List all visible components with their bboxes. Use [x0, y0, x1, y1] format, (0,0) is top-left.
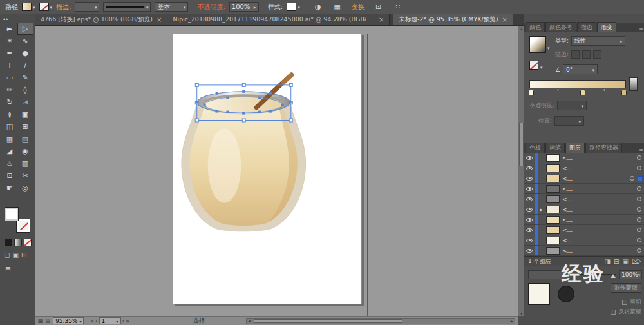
last-artboard-icon[interactable] [126, 318, 129, 324]
layer-row[interactable]: <... [524, 235, 644, 246]
blob-brush-tool[interactable]: ● [18, 48, 33, 59]
direct-selection-tool[interactable]: ▷ [18, 23, 33, 34]
normal-screen-mode-icon[interactable] [4, 251, 10, 259]
document-tab[interactable]: 未标题-2* @ 95.35% (CMYK/预览)× [393, 14, 513, 25]
expand-arrow-icon[interactable]: ▶ [538, 207, 544, 212]
align-icon[interactable] [332, 3, 343, 11]
gradient-preview-swatch[interactable] [529, 36, 546, 53]
artboard-number-dropdown[interactable]: 1 [99, 317, 121, 324]
vertical-scroll-thumb[interactable] [519, 123, 524, 166]
artboard[interactable] [173, 34, 362, 304]
gradient-stop[interactable] [621, 89, 627, 95]
fill-color-dropdown[interactable] [22, 3, 35, 11]
make-mask-button[interactable]: 制作蒙版 [611, 283, 641, 293]
visibility-toggle[interactable] [524, 235, 535, 245]
delete-layer-icon[interactable]: ⌦ [632, 258, 641, 265]
brush-definition-dropdown[interactable]: 基本 [155, 2, 188, 12]
fill-color-swatch[interactable] [5, 208, 18, 221]
pen-tool[interactable]: ✒ [3, 48, 17, 59]
isolate-mode-icon[interactable] [374, 3, 384, 11]
layer-row[interactable]: ▶<... [524, 204, 644, 215]
target-circle-icon[interactable] [637, 238, 641, 242]
recolor-artwork-icon[interactable] [313, 3, 323, 11]
document-tab[interactable]: 4766 [转换].eps* @ 100% (RGB/预览)× [35, 14, 167, 25]
layer-row[interactable]: <... [524, 225, 644, 235]
panel-tab-stroke[interactable]: 描边 [577, 22, 596, 32]
object-thumbnail[interactable] [528, 283, 550, 305]
vertical-scrollbar[interactable] [518, 26, 524, 316]
visibility-toggle[interactable] [524, 173, 535, 183]
clip-checkbox[interactable]: 剪切 [622, 298, 641, 306]
angle-dropdown[interactable]: 0° [563, 64, 598, 74]
fullscreen-mode-icon[interactable] [21, 251, 26, 259]
target-circle-icon[interactable] [637, 166, 641, 170]
panel-menu-icon[interactable] [639, 147, 643, 153]
width-profile-dropdown[interactable] [103, 2, 151, 12]
artwork-pitcher[interactable] [173, 34, 361, 304]
target-circle-icon[interactable] [637, 197, 641, 201]
gradient-reverse-icon[interactable] [629, 77, 638, 91]
gradient-midpoint-icon[interactable] [602, 88, 607, 92]
style-dropdown[interactable] [287, 3, 300, 11]
drawing-mode-icon[interactable] [5, 266, 11, 272]
symbol-sprayer-tool[interactable]: ♨ [3, 158, 17, 169]
gradient-none-swatch[interactable] [529, 61, 538, 70]
stroke-width-dropdown[interactable] [75, 2, 99, 12]
target-circle-icon[interactable] [637, 217, 641, 222]
layer-row[interactable]: <... [524, 194, 644, 204]
opacity-link[interactable]: 不透明度: [197, 3, 225, 12]
layer-row[interactable]: <... [524, 215, 644, 225]
gradient-stop[interactable] [580, 89, 585, 95]
panel-menu-icon[interactable] [639, 26, 643, 32]
horizontal-scroll-thumb[interactable] [254, 319, 402, 323]
toolbox-collapse-icon[interactable] [0, 14, 35, 22]
make-clipping-mask-icon[interactable]: ◨ [605, 258, 611, 265]
panel-tab-layers[interactable]: 图层 [565, 143, 585, 153]
pencil-tool[interactable]: ✏ [3, 84, 17, 95]
horizontal-scrollbar[interactable] [246, 318, 515, 324]
chevron-down-icon[interactable] [540, 63, 543, 70]
visibility-toggle[interactable] [524, 153, 535, 162]
mesh-tool[interactable]: ▦ [3, 133, 17, 144]
layer-row[interactable]: <... [524, 246, 644, 256]
rotate-tool[interactable]: ↻ [3, 97, 17, 108]
close-tab-icon[interactable]: × [502, 16, 507, 23]
panel-tab-brushes[interactable]: 画笔 [545, 143, 565, 153]
mask-thumbnail[interactable] [558, 286, 574, 302]
status-grid-icon[interactable] [38, 318, 43, 324]
eyedropper-tool[interactable]: ◢ [3, 146, 17, 157]
stroke-gradient-within-icon[interactable] [571, 50, 580, 59]
visibility-toggle[interactable] [524, 204, 535, 214]
layer-row[interactable]: <... [524, 173, 644, 184]
layer-row[interactable]: <... [524, 163, 644, 173]
chevron-down-icon[interactable] [547, 44, 550, 51]
stroke-color-dropdown[interactable] [39, 3, 53, 11]
scroll-left-icon[interactable] [247, 319, 252, 323]
panel-tab-swatches[interactable]: 色板 [526, 143, 545, 153]
scale-tool[interactable]: ⊿ [18, 97, 33, 108]
panel-tab-gradient[interactable]: 渐变 [597, 22, 616, 32]
gradient-button[interactable] [14, 239, 22, 246]
blend-mode-dropdown[interactable] [528, 270, 565, 279]
scroll-right-icon[interactable] [509, 319, 515, 323]
zoom-tool[interactable]: ◎ [18, 182, 33, 193]
free-transform-tool[interactable]: ▣ [18, 109, 33, 120]
target-circle-icon[interactable] [637, 248, 641, 253]
lasso-tool[interactable]: ∿ [18, 35, 33, 46]
transform-link[interactable]: 变换 [352, 3, 365, 12]
layer-row[interactable]: <... [524, 153, 644, 163]
visibility-toggle[interactable] [524, 246, 535, 255]
target-circle-icon[interactable] [637, 186, 641, 191]
perspective-grid-tool[interactable]: ⊞ [18, 121, 33, 132]
canvas-area[interactable] [35, 26, 518, 316]
stroke-gradient-along-icon[interactable] [582, 50, 591, 59]
gradient-bar[interactable] [529, 80, 626, 88]
visibility-toggle[interactable] [524, 163, 535, 173]
panel-tab-color-guide[interactable]: 颜色参考 [545, 22, 576, 32]
gradient-midpoint-icon[interactable] [556, 88, 560, 92]
close-tab-icon[interactable]: × [156, 16, 162, 23]
target-circle-icon[interactable] [637, 228, 641, 232]
visibility-toggle[interactable] [524, 215, 535, 224]
arrange-icon[interactable] [393, 3, 403, 11]
stroke-panel-link[interactable]: 描边: [56, 3, 71, 12]
